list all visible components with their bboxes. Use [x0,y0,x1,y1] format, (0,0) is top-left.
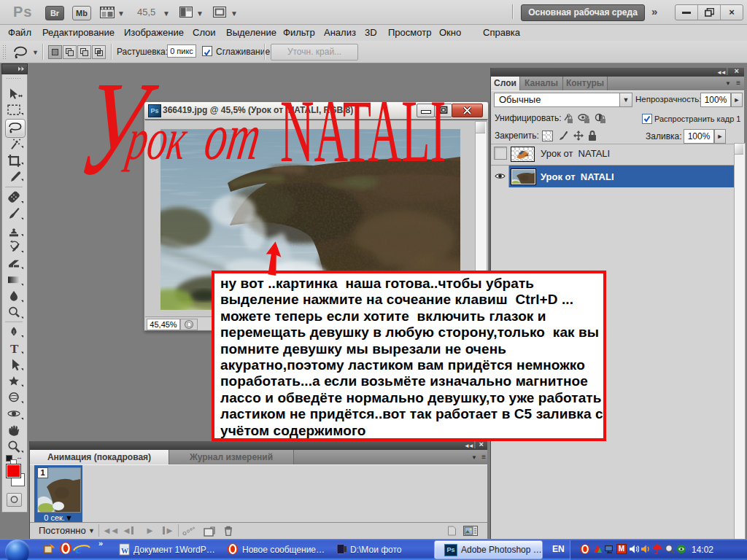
svg-text:T: T [10,342,18,356]
svg-text:W: W [121,547,128,555]
